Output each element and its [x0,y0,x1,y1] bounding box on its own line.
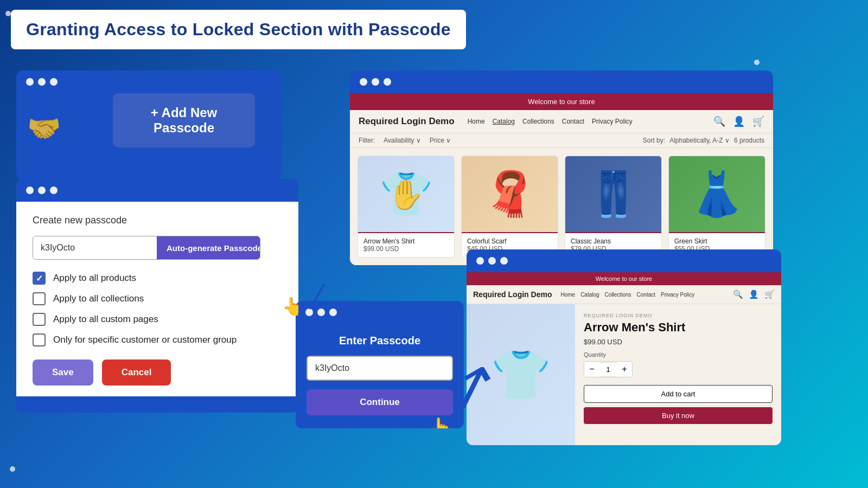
add-to-cart-button[interactable]: Add to cart [584,385,773,403]
page-title: Granting Access to Locked Section with P… [26,20,451,40]
filter-options: Filter: Availability ∨ Price ∨ [359,137,451,144]
dot-c1 [26,187,34,194]
nav-privacy[interactable]: Privacy Policy [592,118,633,125]
product-card-shirt[interactable]: 👕 ✋ Arrow Men's Shirt $99.00 USD [358,156,455,258]
dot-1 [26,78,34,86]
dot-d3 [500,257,508,265]
buy-now-button[interactable]: Buy it now [584,407,773,424]
sort-value[interactable]: Alphabetically, A-Z ∨ [669,137,730,144]
product-count: 6 products [734,137,764,144]
dot-s3 [384,78,391,86]
detail-product-name: Arrow Men's Shirt [584,320,773,335]
detail-brand: Required Login Demo [473,290,552,299]
sort-row: Sort by: Alphabetically, A-Z ∨ 6 product… [643,137,764,144]
availability-filter[interactable]: Availability ∨ [384,137,421,144]
dot-s1 [360,78,367,86]
detail-quantity-row: − 1 + [584,361,633,377]
store-filter-bar: Filter: Availability ∨ Price ∨ Sort by: … [350,133,773,148]
store-catalog-panel: Welcome to our store Required Login Demo… [350,70,773,265]
hand-overlay-icon: ✋ [388,177,424,211]
account-icon[interactable]: 👤 [733,115,745,127]
dot-2 [38,78,46,86]
product-card-jeans[interactable]: 👖 Classic Jeans $79.00 USD [565,156,662,258]
detail-product-info: REQUIRED LOGIN DEMO Arrow Men's Shirt $9… [575,304,781,445]
apply-collections-checkbox[interactable] [33,292,46,305]
store-dots [350,70,773,93]
continue-button[interactable]: Continue [307,389,453,415]
hand-wave-icon: 🤝 [27,113,61,144]
product-img-scarf: 🧣 [462,156,558,232]
product-name-jeans: Classic Jeans [571,237,656,245]
detail-topbar: Welcome to our store [467,272,781,285]
enter-passcode-title: Enter Passcode [296,324,464,356]
nav-home[interactable]: Home [468,118,485,125]
nav-contact[interactable]: Contact [562,118,584,125]
autogenerate-button[interactable]: Auto-generate Passcode [157,236,260,259]
apply-collections-item: Apply to all collections [33,292,282,305]
product-price-shirt: $99.00 USD [363,245,449,253]
qty-plus-button[interactable]: + [617,362,632,377]
create-passcode-panel: Create new passcode Auto-generate Passco… [16,179,298,413]
qty-minus-button[interactable]: − [584,362,599,377]
qty-value: 1 [599,363,617,376]
apply-products-item: Apply to all products [33,272,282,285]
detail-nav-home[interactable]: Home [560,292,575,298]
cursor-hand-continue: 👆 [429,416,453,428]
star-dot-2 [10,466,15,472]
store-brand: Required Login Demo [359,116,455,127]
filter-label: Filter: [359,137,375,144]
detail-search-icon[interactable]: 🔍 [733,290,743,299]
specific-customer-item: Only for specific customer or customer g… [33,333,282,346]
apply-products-label: Apply to all products [53,273,136,284]
detail-dots [467,249,781,272]
star-dot-4 [754,60,760,65]
scarf-emoji: 🧣 [483,169,537,220]
product-name-skirt: Green Skirt [674,237,760,245]
detail-nav-links: Home Catalog Collections Contact Privacy… [560,292,694,298]
detail-nav-icons: 🔍 👤 🛒 [733,290,775,299]
detail-nav-catalog[interactable]: Catalog [580,292,599,298]
dot-3 [50,78,58,86]
apply-collections-label: Apply to all collections [53,293,144,304]
store-header-icons: 🔍 👤 🛒 [713,115,764,127]
price-filter[interactable]: Price ∨ [430,137,451,144]
detail-nav-contact[interactable]: Contact [637,292,655,298]
apply-products-checkbox[interactable] [33,272,46,285]
product-info-shirt: Arrow Men's Shirt $99.00 USD [358,232,454,257]
dot-d1 [476,257,484,265]
product-card-scarf[interactable]: 🧣 Colorful Scarf $45.00 USD [461,156,558,258]
detail-account-icon[interactable]: 👤 [749,290,759,299]
store-nav: Required Login Demo Home Catalog Collect… [350,110,773,133]
cart-icon[interactable]: 🛒 [752,115,764,127]
add-passcode-button[interactable]: + Add New Passcode [113,93,255,147]
store-catalog-inner: Welcome to our store Required Login Demo… [350,93,773,265]
passcode-input-field[interactable] [33,236,157,259]
search-icon[interactable]: 🔍 [713,115,725,127]
store-products-grid: 👕 ✋ Arrow Men's Shirt $99.00 USD 🧣 Color… [350,148,773,265]
apply-custom-pages-checkbox[interactable] [33,313,46,326]
page-header: Granting Access to Locked Section with P… [11,10,466,49]
store-nav-links: Home Catalog Collections Contact Privacy… [468,118,713,125]
detail-nav-collections[interactable]: Collections [605,292,631,298]
detail-nav-privacy[interactable]: Privacy Policy [661,292,694,298]
nav-collections[interactable]: Collections [522,118,554,125]
detail-cart-icon[interactable]: 🛒 [764,290,775,299]
apply-options-list: Apply to all products Apply to all colle… [33,272,282,346]
detail-qty-label: Quantity [584,351,773,358]
specific-customer-checkbox[interactable] [33,333,46,346]
product-card-skirt[interactable]: 👗 Green Skirt $55.00 USD [668,156,765,258]
save-button[interactable]: Save [33,359,93,386]
detail-store-name-label: REQUIRED LOGIN DEMO [584,313,773,318]
cursor-icon-create: 👆 [282,296,298,317]
product-name-scarf: Colorful Scarf [467,237,552,245]
store-detail-panel: Welcome to our store Required Login Demo… [467,249,781,445]
product-img-shirt: 👕 ✋ [358,156,454,232]
add-passcode-panel: 🤝 + Add New Passcode [16,70,282,180]
dot-c2 [38,187,46,194]
dot-s2 [372,78,379,86]
apply-custom-pages-label: Apply to all custom pages [53,314,158,325]
nav-catalog[interactable]: Catalog [493,118,515,125]
passcode-input-row: Auto-generate Passcode [33,236,260,260]
sort-label: Sort by: [643,137,665,144]
cancel-button[interactable]: Cancel [102,359,171,386]
